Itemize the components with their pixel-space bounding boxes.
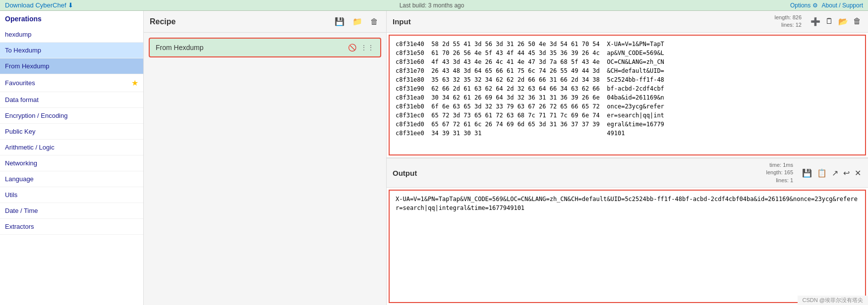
input-header: Input length: 826 lines: 12 ➕ 🗒 📂 🗑: [387, 11, 868, 33]
sidebar-item-to-hexdump[interactable]: To Hexdump: [0, 43, 143, 58]
output-header: Output time: 1ms length: 165 lines: 1 💾 …: [387, 158, 868, 188]
input-lines: lines: 12: [775, 21, 802, 29]
sidebar: Operations hexdump To Hexdump From Hexdu…: [0, 11, 144, 305]
input-open-button[interactable]: 📂: [837, 16, 849, 27]
recipe-op-icons: 🚫 ⋮⋮: [348, 44, 374, 51]
options-label: Options: [790, 2, 810, 9]
main-layout: Operations hexdump To Hexdump From Hexdu…: [0, 11, 868, 305]
recipe-clear-button[interactable]: 🗑: [368, 16, 380, 27]
recipe-header-icons: 💾 📁 🗑: [333, 16, 380, 27]
sidebar-item-language[interactable]: Language: [0, 171, 143, 187]
recipe-op-drag-icon[interactable]: ⋮⋮: [360, 44, 374, 51]
output-length: length: 165: [766, 169, 793, 176]
sidebar-item-networking[interactable]: Networking: [0, 155, 143, 171]
sidebar-title: Operations: [0, 11, 143, 27]
output-undo-button[interactable]: ↩: [842, 167, 851, 179]
sidebar-item-label: Date / Time: [5, 207, 38, 214]
output-header-right: time: 1ms length: 165 lines: 1 💾 📋 ↗ ↩ ✕: [766, 161, 862, 184]
input-length: length: 826: [775, 14, 802, 21]
sidebar-item-label: To Hexdump: [5, 47, 41, 54]
input-panel: Input length: 826 lines: 12 ➕ 🗒 📂 🗑 c8f3…: [387, 11, 868, 158]
sidebar-item-encryption-encoding[interactable]: Encryption / Encoding: [0, 108, 143, 124]
input-meta: length: 826 lines: 12: [775, 14, 802, 29]
download-link[interactable]: Download CyberChef ⬇: [5, 1, 73, 9]
output-panel: Output time: 1ms length: 165 lines: 1 💾 …: [387, 158, 868, 305]
output-time-value: 1ms: [783, 162, 793, 168]
sidebar-item-from-hexdump[interactable]: From Hexdump: [0, 58, 143, 74]
sidebar-item-arithmetic-logic[interactable]: Arithmetic / Logic: [0, 140, 143, 155]
topbar-right: Options ⚙ About / Support: [790, 2, 863, 9]
sidebar-item-label: Favourites: [5, 79, 35, 87]
sidebar-item-label: Public Key: [5, 128, 35, 135]
options-link[interactable]: Options ⚙: [790, 2, 818, 9]
download-label: Download CyberChef: [5, 1, 66, 9]
footer-label: CSDN @埃菲尔没有塔尖: [803, 297, 863, 303]
input-lines-value: 12: [796, 22, 802, 28]
recipe-content: From Hexdump 🚫 ⋮⋮: [144, 33, 386, 305]
sidebar-item-label: hexdump: [5, 31, 31, 38]
input-length-value: 826: [793, 14, 802, 20]
sidebar-item-label: Utils: [5, 191, 17, 199]
last-build-label: Last build: 3 months ago: [400, 2, 464, 9]
sidebar-item-extractors[interactable]: Extractors: [0, 219, 143, 235]
output-icons: 💾 📋 ↗ ↩ ✕: [801, 167, 862, 179]
sidebar-item-label: From Hexdump: [5, 62, 50, 70]
output-lines: lines: 1: [766, 177, 793, 184]
output-length-value: 165: [784, 169, 793, 175]
output-clear-button[interactable]: ✕: [854, 167, 862, 179]
sidebar-item-label: Encryption / Encoding: [5, 112, 67, 119]
recipe-panel: Recipe 💾 📁 🗑 From Hexdump 🚫 ⋮⋮: [144, 11, 387, 305]
recipe-title: Recipe: [150, 17, 175, 26]
recipe-save-button[interactable]: 💾: [333, 16, 347, 27]
input-new-button[interactable]: 🗒: [824, 16, 834, 27]
sidebar-item-favourites[interactable]: Favourites ★: [0, 74, 143, 92]
gear-icon: ⚙: [812, 2, 818, 9]
topbar-center: Last build: 3 months ago: [400, 2, 464, 9]
sidebar-item-label: Extractors: [5, 223, 34, 230]
recipe-open-button[interactable]: 📁: [350, 16, 364, 27]
recipe-header: Recipe 💾 📁 🗑: [144, 11, 386, 33]
io-panel: Input length: 826 lines: 12 ➕ 🗒 📂 🗑 c8f3…: [387, 11, 868, 305]
output-meta: time: 1ms length: 165 lines: 1: [766, 161, 793, 184]
sidebar-item-label: Networking: [5, 159, 37, 167]
sidebar-item-hexdump[interactable]: hexdump: [0, 27, 143, 43]
input-title: Input: [393, 17, 411, 26]
recipe-op-name: From Hexdump: [156, 44, 203, 51]
sidebar-item-label: Arithmetic / Logic: [5, 144, 55, 151]
output-title: Output: [393, 169, 417, 177]
download-icon: ⬇: [68, 1, 73, 9]
topbar-left: Download CyberChef ⬇: [5, 1, 73, 9]
sidebar-item-date-time[interactable]: Date / Time: [0, 203, 143, 219]
about-support-label: About / Support: [822, 2, 863, 9]
recipe-op-disable-icon[interactable]: 🚫: [348, 44, 356, 51]
sidebar-title-text: Operations: [5, 15, 42, 23]
sidebar-item-label: Data format: [5, 96, 39, 103]
output-display: X-UA=V=1&PN=TapTap&VN_CODE=569&LOC=CN&LA…: [389, 190, 866, 303]
output-lines-value: 1: [790, 177, 793, 183]
star-icon: ★: [131, 78, 138, 88]
input-clear-button[interactable]: 🗑: [852, 16, 862, 27]
output-new-tab-button[interactable]: ↗: [831, 167, 839, 179]
sidebar-item-data-format[interactable]: Data format: [0, 92, 143, 108]
sidebar-item-public-key[interactable]: Public Key: [0, 124, 143, 140]
input-textarea[interactable]: c8f31e40 58 2d 55 41 3d 56 3d 31 26 50 4…: [389, 35, 866, 155]
input-header-right: length: 826 lines: 12 ➕ 🗒 📂 🗑: [775, 14, 862, 29]
output-time: time: 1ms: [766, 161, 793, 169]
recipe-operation-from-hexdump: From Hexdump 🚫 ⋮⋮: [149, 38, 381, 57]
output-save-button[interactable]: 💾: [801, 167, 813, 179]
topbar: Download CyberChef ⬇ Last build: 3 month…: [0, 0, 868, 11]
output-copy-button[interactable]: 📋: [816, 167, 828, 179]
about-support-link[interactable]: About / Support: [822, 2, 863, 9]
sidebar-item-utils[interactable]: Utils: [0, 187, 143, 203]
input-icons: ➕ 🗒 📂 🗑: [810, 16, 862, 27]
input-add-button[interactable]: ➕: [810, 16, 821, 27]
sidebar-item-label: Language: [5, 175, 34, 183]
footer: CSDN @埃菲尔没有塔尖: [798, 296, 868, 305]
